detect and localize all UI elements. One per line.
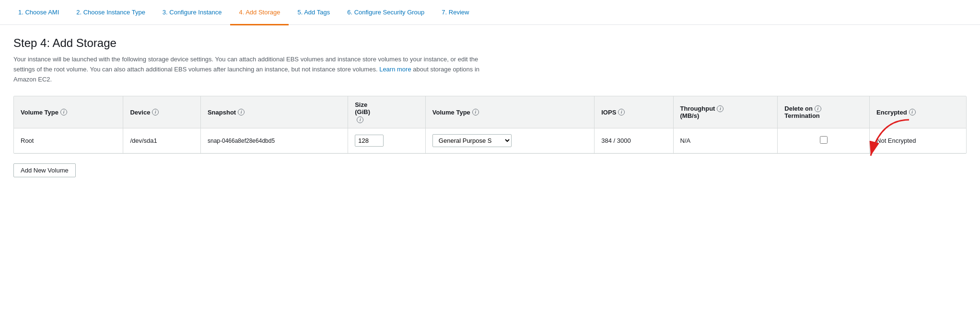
table-row: Root/dev/sda1snap-0466a8ef28e64dbd5Gener… (14, 128, 966, 153)
cell-delete-on-termination-0 (778, 128, 870, 153)
wizard-nav-item-review[interactable]: 7. Review (433, 0, 478, 25)
cell-device-0: /dev/sda1 (123, 128, 201, 153)
info-icon-iops-col[interactable]: i (618, 109, 625, 115)
cell-size-0 (348, 128, 426, 153)
wizard-nav-item-add-tags[interactable]: 5. Add Tags (289, 0, 338, 25)
th-label-throughput-col: Throughput (680, 105, 715, 112)
th-device-col: Devicei (123, 96, 201, 128)
storage-table: Volume TypeiDeviceiSnapshotiSize(GiB)iVo… (14, 96, 966, 153)
page-description: Your instance will be launched with the … (13, 55, 493, 84)
th-sublabel-delete-col: Termination (784, 112, 819, 119)
th-sublabel-throughput-col: (MB/s) (680, 112, 700, 119)
wizard-nav-item-choose-instance-type[interactable]: 2. Choose Instance Type (68, 0, 154, 25)
th-label-volume-type-col: Volume Type (21, 109, 58, 116)
th-label-volume-type-2-col: Volume Type (432, 109, 470, 116)
storage-table-wrapper: Volume TypeiDeviceiSnapshotiSize(GiB)iVo… (13, 96, 967, 154)
th-label-snapshot-col: Snapshot (208, 109, 236, 116)
info-icon-volume-type-2-col[interactable]: i (472, 109, 479, 115)
th-size-col: Size(GiB)i (348, 96, 426, 128)
storage-table-container: Volume TypeiDeviceiSnapshotiSize(GiB)iVo… (13, 96, 967, 154)
table-body: Root/dev/sda1snap-0466a8ef28e64dbd5Gener… (14, 128, 966, 153)
main-content: Step 4: Add Storage Your instance will b… (0, 25, 980, 189)
th-throughput-col: Throughputi(MB/s) (673, 96, 778, 128)
info-icon-volume-type-col[interactable]: i (60, 109, 67, 115)
add-new-volume-button[interactable]: Add New Volume (13, 163, 76, 177)
th-volume-type-col: Volume Typei (14, 96, 123, 128)
info-icon-throughput-col[interactable]: i (717, 105, 723, 112)
cell-volume-type-select-0: General Purpose S (425, 128, 594, 153)
th-snapshot-col: Snapshoti (200, 96, 348, 128)
info-icon-encrypted-col[interactable]: i (909, 109, 916, 115)
th-label-device-col: Device (130, 109, 150, 116)
cell-snapshot-0: snap-0466a8ef28e64dbd5 (200, 128, 348, 153)
table-header-row: Volume TypeiDeviceiSnapshotiSize(GiB)iVo… (14, 96, 966, 128)
volume-type-select-0[interactable]: General Purpose S (432, 134, 512, 147)
th-label-delete-col: Delete on (784, 105, 813, 112)
th-label-encrypted-col: Encrypted (876, 109, 907, 116)
cell-encrypted-0: Not Encrypted (870, 128, 966, 153)
cell-throughput-0: N/A (673, 128, 778, 153)
info-icon-device-col[interactable]: i (152, 109, 159, 115)
page-title: Step 4: Add Storage (13, 36, 967, 50)
th-encrypted-col: Encryptedi (870, 96, 966, 128)
wizard-nav-item-configure-security-group[interactable]: 6. Configure Security Group (338, 0, 433, 25)
th-label-size-col: Size (355, 101, 367, 108)
delete-on-termination-checkbox-0[interactable] (820, 136, 828, 144)
learn-more-link[interactable]: Learn more (379, 66, 411, 73)
info-icon-snapshot-col[interactable]: i (238, 109, 245, 115)
cell-iops-0: 384 / 3000 (595, 128, 673, 153)
info-icon-size-col[interactable]: i (357, 116, 363, 123)
th-iops-col: IOPSi (595, 96, 673, 128)
th-sublabel-size-col: (GiB) (355, 108, 370, 115)
wizard-nav-item-configure-instance[interactable]: 3. Configure Instance (154, 0, 231, 25)
th-volume-type-2-col: Volume Typei (425, 96, 594, 128)
wizard-navigation: 1. Choose AMI2. Choose Instance Type3. C… (0, 0, 980, 25)
info-icon-delete-col[interactable]: i (815, 105, 821, 112)
th-delete-col: Delete oniTermination (778, 96, 870, 128)
size-input-0[interactable] (355, 135, 384, 147)
th-label-iops-col: IOPS (601, 109, 616, 116)
wizard-nav-item-add-storage[interactable]: 4. Add Storage (230, 0, 289, 25)
cell-volume-type-0: Root (14, 128, 123, 153)
wizard-nav-item-choose-ami[interactable]: 1. Choose AMI (10, 0, 68, 25)
